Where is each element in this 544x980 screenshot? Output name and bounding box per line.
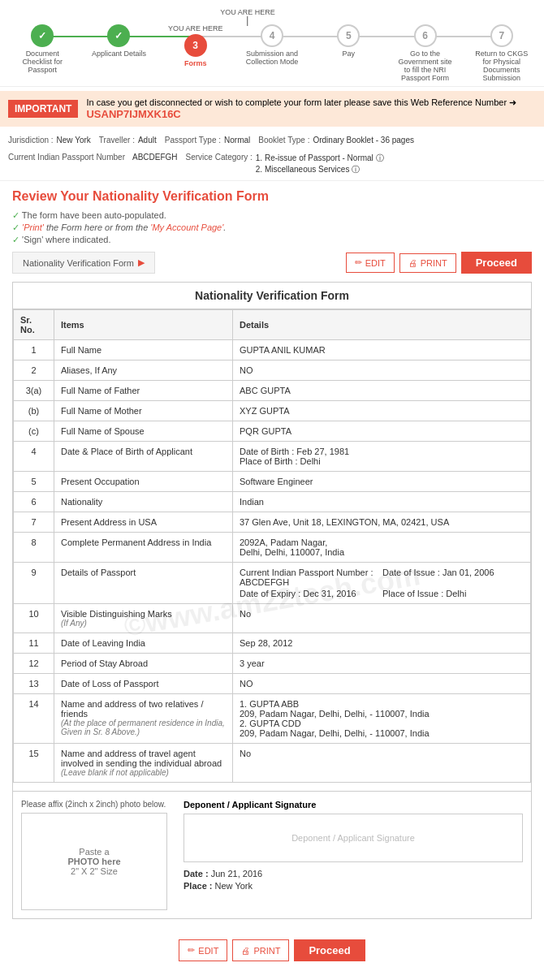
table-row: 9Details of PassportCurrent Indian Passp… <box>14 563 531 604</box>
service-info: Service Category : 1. Re-issue of Passpo… <box>186 153 384 175</box>
table-cell-details: 3 year <box>233 654 531 674</box>
table-row: 12Period of Stay Abroad3 year <box>14 654 531 674</box>
proceed-button-top[interactable]: Proceed <box>461 252 532 274</box>
main-content: Review Your Nationality Verification For… <box>0 181 544 978</box>
table-cell-sr: 2 <box>14 360 54 381</box>
print-button[interactable]: 🖨 PRINT <box>399 253 456 273</box>
table-cell-details: GUPTA ANIL KUMAR <box>233 340 531 360</box>
table-cell-item: Visible Distinguishing Marks(If Any) <box>54 604 233 633</box>
table-cell-item: Present Occupation <box>54 472 233 492</box>
table-cell-item: Full Name of Spouse <box>54 421 233 442</box>
table-row: 8Complete Permanent Address in India2092… <box>14 533 531 563</box>
banner-message: In case you get disconnected or wish to … <box>86 97 536 120</box>
table-cell-sr: 14 <box>14 694 54 744</box>
step-label-2: Applicant Details <box>92 50 146 58</box>
bottom-section: Please affix (2inch x 2inch) photo below… <box>13 791 531 918</box>
step-7: 7 Return to CKGS for Physical Documents … <box>464 24 540 82</box>
table-cell-item: Name and address of travel agent involve… <box>54 744 233 783</box>
table-cell-item: Full Name of Mother <box>54 401 233 421</box>
table-cell-details: XYZ GUPTA <box>233 401 531 421</box>
print-icon: 🖨 <box>408 258 417 268</box>
step-3: YOU ARE HERE 3 Forms <box>158 24 234 67</box>
table-cell-item: Complete Permanent Address in India <box>54 533 233 563</box>
booklet-info: Booklet Type : Ordinary Booklet - 36 pag… <box>258 136 414 145</box>
checklist-item-3: 'Sign' where indicated. <box>12 235 532 245</box>
table-row: 2Aliases, If AnyNO <box>14 360 531 381</box>
table-row: 6NationalityIndian <box>14 492 531 512</box>
print-button-bottom[interactable]: 🖨 PRINT <box>232 939 289 961</box>
table-cell-details: PQR GUPTA <box>233 421 531 442</box>
table-cell-details: ABC GUPTA <box>233 381 531 401</box>
table-cell-item: Name and address of two relatives / frie… <box>54 694 233 744</box>
table-cell-item: Date of Leaving India <box>54 633 233 654</box>
table-cell-sr: 6 <box>14 492 54 512</box>
table-cell-sr: 3(a) <box>14 381 54 401</box>
toolbar-bottom: ✏ EDIT 🖨 PRINT Proceed <box>12 931 532 969</box>
table-row: 1Full NameGUPTA ANIL KUMAR <box>14 340 531 360</box>
table-cell-details: No <box>233 744 531 783</box>
step-4: 4 Submission and Collection Mode <box>234 24 310 66</box>
progress-bar: YOU ARE HERE ✓ Document Checklist for Pa… <box>0 0 544 87</box>
traveller-info: Traveller : Adult <box>99 136 157 145</box>
table-cell-details: NO <box>233 674 531 694</box>
step-5: 5 Pay <box>310 24 386 58</box>
table-cell-item: Details of Passport <box>54 563 233 604</box>
table-cell-details: No <box>233 604 531 633</box>
table-cell-sr: 4 <box>14 442 54 472</box>
table-cell-sr: 11 <box>14 633 54 654</box>
signature-box: Deponent / Applicant Signature Deponent … <box>183 800 523 910</box>
table-cell-item: Date of Loss of Passport <box>54 674 233 694</box>
step-circle-5: 5 <box>337 24 360 47</box>
step-circle-3: 3 <box>184 34 207 57</box>
info-bar: Jurisdiction : New York Traveller : Adul… <box>0 131 544 181</box>
table-row: 10Visible Distinguishing Marks(If Any)No <box>14 604 531 633</box>
jurisdiction-info: Jurisdiction : New York <box>8 136 91 145</box>
passport-number-info: Current Indian Passport Number ABCDEFGH <box>8 153 178 175</box>
step-circle-6: 6 <box>414 24 437 47</box>
info-checklist: The form have been auto-populated. 'Prin… <box>12 210 532 245</box>
step-label-5: Pay <box>343 50 356 58</box>
signature-date: Date : Jun 21, 2016 <box>183 869 523 879</box>
table-cell-item: Present Address in USA <box>54 512 233 533</box>
table-cell-details: Software Engineer <box>233 472 531 492</box>
table-cell-item: Nationality <box>54 492 233 512</box>
signature-place: Place : New York <box>183 881 523 891</box>
table-cell-details: Sep 28, 2012 <box>233 633 531 654</box>
form-heading: Nationality Verification Form <box>13 283 531 309</box>
table-row: 11Date of Leaving IndiaSep 28, 2012 <box>14 633 531 654</box>
col-header-sr: Sr. No. <box>14 310 54 340</box>
important-tag: IMPORTANT <box>8 100 78 118</box>
table-row: 15Name and address of travel agent invol… <box>14 744 531 783</box>
col-header-details: Details <box>233 310 531 340</box>
table-cell-item: Date & Place of Birth of Applicant <box>54 442 233 472</box>
table-row: (c)Full Name of SpousePQR GUPTA <box>14 421 531 442</box>
proceed-button-bottom[interactable]: Proceed <box>294 939 365 961</box>
table-cell-sr: 7 <box>14 512 54 533</box>
table-cell-sr: 12 <box>14 654 54 674</box>
table-cell-details: 37 Glen Ave, Unit 18, LEXINGTON, MA, 024… <box>233 512 531 533</box>
edit-button-bottom[interactable]: ✏ EDIT <box>179 939 227 961</box>
table-cell-item: Aliases, If Any <box>54 360 233 381</box>
signature-label: Deponent / Applicant Signature <box>183 800 523 809</box>
step-label-6: Go to the Government site to fill the NR… <box>397 50 454 82</box>
table-row: 3(a)Full Name of FatherABC GUPTA <box>14 381 531 401</box>
passport-type-info: Passport Type : Normal <box>165 136 251 145</box>
edit-button[interactable]: ✏ EDIT <box>346 253 395 273</box>
nationality-verification-table: Sr. No. Items Details 1Full NameGUPTA AN… <box>13 309 531 783</box>
photo-instruction: Please affix (2inch x 2inch) photo below… <box>21 800 167 809</box>
nationality-verification-tab[interactable]: Nationality Verification Form ▶ <box>12 252 155 274</box>
table-cell-item: Period of Stay Abroad <box>54 654 233 674</box>
table-row: 13Date of Loss of PassportNO <box>14 674 531 694</box>
table-cell-sr: (c) <box>14 421 54 442</box>
you-are-here-label: YOU ARE HERE <box>220 8 275 26</box>
toolbar-buttons: ✏ EDIT 🖨 PRINT Proceed <box>346 252 532 274</box>
table-row: 4Date & Place of Birth of ApplicantDate … <box>14 442 531 472</box>
table-cell-sr: 10 <box>14 604 54 633</box>
table-cell-details: 1. GUPTA ABB209, Padam Nagar, Delhi, Del… <box>233 694 531 744</box>
table-cell-details: Current Indian Passport Number : ABCDEFG… <box>233 563 531 604</box>
edit-icon-bottom: ✏ <box>188 945 195 956</box>
step-circle-1: ✓ <box>31 24 54 47</box>
table-row: 5Present OccupationSoftware Engineer <box>14 472 531 492</box>
step-1: ✓ Document Checklist for Passport <box>4 24 80 74</box>
checklist-item-2: 'Print' the Form here or from the 'My Ac… <box>12 222 532 233</box>
